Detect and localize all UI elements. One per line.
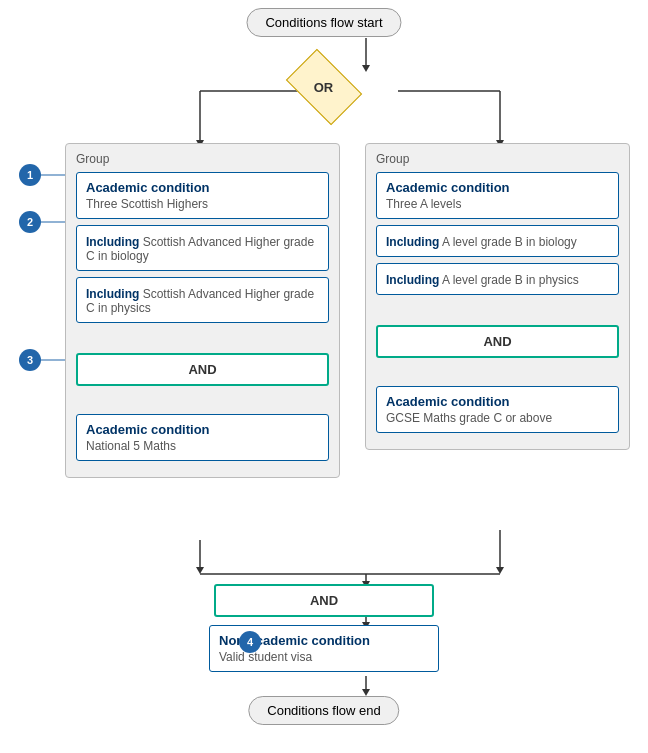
start-terminal: Conditions flow start bbox=[246, 8, 401, 37]
svg-marker-27 bbox=[362, 689, 370, 696]
right-including-2: Including A level grade B in physics bbox=[376, 263, 619, 295]
svg-marker-1 bbox=[362, 65, 370, 72]
right-including-1: Including A level grade B in biology bbox=[376, 225, 619, 257]
svg-marker-17 bbox=[196, 567, 204, 574]
left-main-condition: Academic condition Three Scottish Higher… bbox=[76, 172, 329, 219]
bottom-and-box: AND bbox=[214, 584, 434, 617]
end-terminal: Conditions flow end bbox=[248, 696, 399, 725]
badge-2: 2 bbox=[19, 211, 41, 233]
right-group: Group Academic condition Three A levels … bbox=[365, 143, 630, 450]
left-including-2: Including Scottish Advanced Higher grade… bbox=[76, 277, 329, 323]
left-bottom-condition: Academic condition National 5 Maths bbox=[76, 414, 329, 461]
flowchart: 1 2 3 4 Conditions flow start OR Group A… bbox=[0, 0, 648, 753]
badge-3: 3 bbox=[19, 349, 41, 371]
left-and-box: AND bbox=[76, 353, 329, 386]
right-bottom-condition: Academic condition GCSE Maths grade C or… bbox=[376, 386, 619, 433]
svg-marker-19 bbox=[496, 567, 504, 574]
left-group: Group Academic condition Three Scottish … bbox=[65, 143, 340, 478]
right-main-condition: Academic condition Three A levels bbox=[376, 172, 619, 219]
right-and-box: AND bbox=[376, 325, 619, 358]
badge-4: 4 bbox=[239, 631, 261, 653]
badge-1: 1 bbox=[19, 164, 41, 186]
or-diamond: OR bbox=[292, 65, 356, 109]
left-including-1: Including Scottish Advanced Higher grade… bbox=[76, 225, 329, 271]
